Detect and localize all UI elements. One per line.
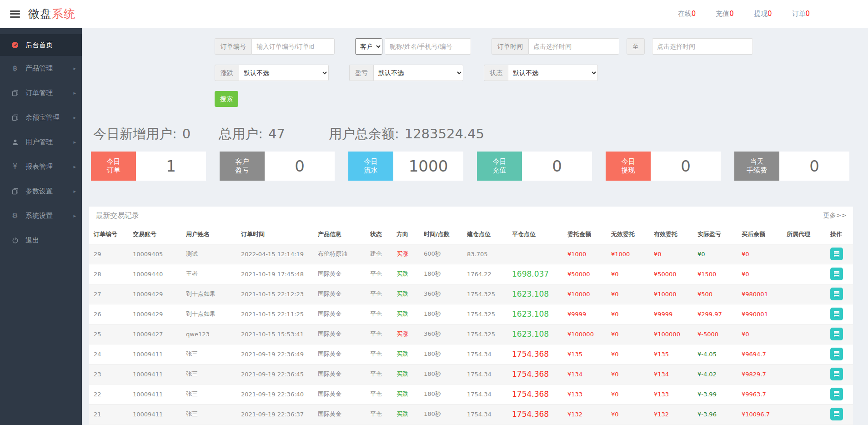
sidebar-item-dashboard[interactable]: 后台首页 — [0, 34, 82, 56]
sidebar-item-users[interactable]: 用户管理 ▸ — [0, 130, 82, 154]
chevron-right-icon: ▸ — [73, 164, 76, 170]
row-detail-button[interactable] — [830, 368, 843, 380]
cell-amount: ¥50000 — [567, 271, 590, 278]
search-button[interactable]: 搜索 — [215, 91, 238, 107]
row-detail-button[interactable] — [830, 408, 843, 420]
hamburger-menu-icon[interactable] — [10, 9, 20, 19]
cell-duration: 180秒 — [424, 370, 441, 377]
cell-balance-after: ¥980001 — [742, 291, 768, 298]
cell-amount: ¥100000 — [567, 331, 594, 338]
user-icon — [10, 139, 20, 146]
sidebar-item-label: 退出 — [25, 236, 39, 245]
row-detail-button[interactable] — [830, 248, 843, 260]
cell-duration: 180秒 — [424, 270, 441, 277]
row-detail-button[interactable] — [830, 348, 843, 360]
customer-type-select[interactable]: 客户 — [355, 38, 382, 55]
cell-open-point: 1754.325 — [467, 331, 495, 338]
cell-username: 到十点如果 — [186, 290, 216, 297]
updown-select[interactable]: 默认不选 — [239, 65, 329, 81]
cell-account: 10009411 — [133, 391, 163, 398]
order-count-link[interactable]: 订单0 — [792, 10, 810, 18]
sidebar-item-system[interactable]: ⚙ 系统设置 ▸ — [0, 203, 82, 228]
cell-order-no: 29 — [94, 251, 101, 258]
cell-product: 国际黄金 — [318, 410, 341, 417]
cell-duration: 360秒 — [424, 330, 441, 337]
total-users-label: 总用户: — [219, 125, 263, 143]
to-label: 至 — [627, 38, 645, 55]
order-no-input[interactable] — [251, 38, 335, 55]
row-detail-button[interactable] — [830, 388, 843, 400]
yen-icon: ¥ — [10, 162, 20, 171]
cell-close-point: 1623.108 — [512, 289, 549, 299]
card-label: 今日订单 — [91, 152, 136, 181]
table-row: 2410009411张三2021-09-19 22:36:49国际黄金平仓买跌1… — [89, 344, 853, 364]
list-icon — [834, 251, 839, 257]
cell-order-time: 2021-10-15 22:12:23 — [241, 291, 304, 298]
cell-account: 10009427 — [133, 331, 163, 338]
trades-table: 订单编号交易账号用户姓名订单时间产品信息状态方向时间/点数建仓点位平仓点位委托金… — [89, 225, 853, 425]
card-today-withdraw: 今日提现 0 — [606, 152, 721, 181]
withdraw-count-link[interactable]: 提现0 — [754, 10, 772, 18]
cell-order-no: 23 — [94, 371, 101, 378]
sidebar-item-label: 后台首页 — [25, 41, 53, 50]
list-icon — [834, 331, 839, 337]
online-count: 0 — [692, 10, 696, 18]
recharge-count-link[interactable]: 充值0 — [716, 10, 734, 18]
sidebar-item-yuebao[interactable]: 余额宝管理 ▸ — [0, 105, 82, 130]
time-start-input[interactable] — [528, 38, 619, 55]
cell-amount: ¥9999 — [567, 311, 586, 318]
card-value: 0 — [265, 152, 335, 181]
chevron-right-icon: ▸ — [73, 213, 76, 219]
sidebar-item-orders[interactable]: 订单管理 ▸ — [0, 81, 82, 105]
sidebar-item-products[interactable]: ฿ 产品管理 ▸ — [0, 56, 82, 81]
order-time-filter: 订单时间 至 — [492, 38, 753, 55]
status-select[interactable]: 默认不选 — [508, 65, 598, 81]
column-header: 时间/点数 — [424, 225, 467, 244]
cell-order-time: 2022-04-15 12:14:19 — [241, 251, 304, 258]
cell-duration: 600秒 — [424, 250, 441, 257]
cell-direction: 买跌 — [396, 290, 408, 297]
cell-direction: 买涨 — [396, 330, 408, 337]
cell-valid-amount: ¥133 — [654, 391, 669, 398]
cell-product: 布伦特原油 — [318, 250, 347, 257]
chevron-right-icon: ▸ — [73, 90, 76, 96]
stats-summary: 今日新增用户: 0 总用户: 47 用户总余额: 1283524.45 — [93, 125, 868, 143]
sidebar-item-parameters[interactable]: 参数设置 ▸ — [0, 179, 82, 203]
row-detail-button[interactable] — [830, 268, 843, 280]
sidebar-item-reports[interactable]: ¥ 报表管理 ▸ — [0, 154, 82, 179]
cell-invalid-amount: ¥0 — [611, 331, 619, 338]
cell-username: 张三 — [186, 390, 198, 397]
cell-balance-after: ¥990001 — [742, 311, 768, 318]
card-today-fees: 当天手续费 0 — [734, 152, 849, 181]
more-link[interactable]: 更多>> — [823, 212, 847, 220]
column-header: 方向 — [396, 225, 424, 244]
column-header: 状态 — [370, 225, 396, 244]
row-detail-button[interactable] — [830, 308, 843, 320]
new-users-label: 今日新增用户: — [93, 125, 177, 143]
copy-icon — [10, 90, 20, 96]
card-customer-pl: 客户盈亏 0 — [220, 152, 335, 181]
updown-label: 涨跌 — [215, 65, 239, 81]
sidebar-item-logout[interactable]: 退出 — [0, 228, 82, 253]
cell-balance-after: ¥9694.7 — [742, 351, 766, 358]
cell-account: 10009411 — [133, 351, 163, 358]
table-row: 2610009429到十点如果2021-10-15 22:11:25国际黄金平仓… — [89, 304, 853, 324]
cell-direction: 买涨 — [396, 250, 408, 257]
cell-order-time: 2021-09-19 22:36:49 — [241, 351, 304, 358]
time-end-input[interactable] — [652, 38, 753, 55]
row-detail-button[interactable] — [830, 328, 843, 340]
cell-duration: 180秒 — [424, 350, 441, 357]
customer-input[interactable] — [385, 38, 471, 55]
cell-account: 10009429 — [133, 291, 163, 298]
column-header: 产品信息 — [318, 225, 370, 244]
cell-status: 平仓 — [370, 270, 382, 277]
profit-select[interactable]: 默认不选 — [373, 65, 463, 81]
online-count-link[interactable]: 在线0 — [678, 10, 696, 18]
cell-direction: 买跌 — [396, 370, 408, 377]
row-detail-button[interactable] — [830, 288, 843, 300]
column-header: 有效委托 — [654, 225, 697, 244]
cell-product: 国际黄金 — [318, 370, 341, 377]
cell-order-no: 28 — [94, 271, 101, 278]
cell-amount: ¥132 — [567, 411, 582, 418]
column-header: 用户姓名 — [186, 225, 241, 244]
